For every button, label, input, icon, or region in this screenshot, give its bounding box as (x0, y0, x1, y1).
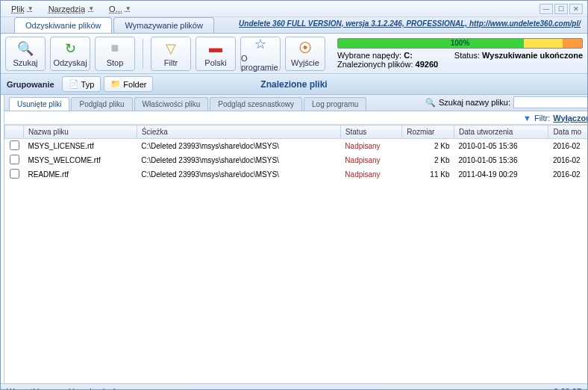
col-size[interactable]: Rozmiar (402, 126, 454, 139)
row-checkbox[interactable] (10, 169, 19, 179)
filter-toggle[interactable]: Wyłączony (553, 114, 588, 123)
status-value: Wyszukiwanie ukończone (482, 51, 583, 60)
search-icon: 🔍 (17, 40, 34, 57)
col-created[interactable]: Data utworzenia (454, 126, 548, 139)
exit-button[interactable]: ⦿Wyjście (285, 37, 325, 71)
progress-bar: 100% (337, 38, 583, 49)
flag-icon: ▬ (207, 40, 224, 57)
lang-button[interactable]: ▬Polski (196, 37, 236, 71)
statusbar-time: 9:38:37 (554, 387, 581, 391)
statusbar-msg: Wszystkie wyszukiwania ukończone (7, 387, 138, 391)
cell-modified: 2016-02 (548, 167, 588, 182)
found-value: 49260 (416, 60, 439, 69)
cell-created: 2010-01-05 15:36 (454, 153, 548, 167)
about-button[interactable]: ☆O programie (240, 37, 281, 71)
cell-status: Nadpisany (340, 139, 401, 154)
tab-props[interactable]: Właściwości pliku (134, 97, 209, 111)
cell-status: Nadpisany (340, 167, 401, 182)
file-table-wrap[interactable]: Nazwa pliku Ścieżka Status Rozmiar Data … (4, 125, 588, 383)
table-row[interactable]: README.rtfC:\Deleted 23993\msys\share\do… (5, 167, 589, 182)
search-label: Szukaj nazwy pliku: (439, 98, 510, 107)
type-icon: 📄 (69, 79, 79, 89)
folder-icon: 📁 (110, 79, 121, 89)
col-status[interactable]: Status (340, 126, 401, 139)
progress-percent: 100% (451, 39, 470, 47)
recover-button[interactable]: ↻Odzyskaj (50, 37, 90, 71)
col-check[interactable] (5, 126, 24, 139)
filter-row: ▼ Filtr: Wyłączony (4, 111, 588, 125)
chevron-down-icon: ▼ (28, 5, 34, 12)
grouping-label: Grupowanie (7, 80, 54, 89)
tab-recover[interactable]: Odzyskiwanie plików (14, 17, 112, 33)
cell-path: C:\Deleted 23993\msys\share\doc\MSYS\ (137, 153, 340, 167)
chevron-down-icon: ▼ (88, 5, 94, 12)
cell-name: README.rtf (24, 167, 137, 182)
search-icon-small: 🔍 (425, 98, 436, 108)
table-row[interactable]: MSYS_WELCOME.rtfC:\Deleted 23993\msys\sh… (5, 153, 589, 167)
version-link[interactable]: Undelete 360 FULL VERSION, wersja 3.1.2.… (239, 19, 581, 28)
menu-tools[interactable]: Narzędzia▼ (43, 3, 100, 15)
file-table: Nazwa pliku Ścieżka Status Rozmiar Data … (4, 125, 588, 182)
cell-size: 2 Kb (402, 153, 454, 167)
close-button[interactable]: ✕ (569, 4, 583, 14)
statusbar: Wszystkie wyszukiwania ukończone 9:38:37 (1, 383, 587, 390)
tab-wipe[interactable]: Wymazywanie plików (113, 17, 213, 33)
menubar: Plik▼ Narzędzia▼ O...▼ — ☐ ✕ (1, 1, 587, 17)
drives-label: Wybrane napędy: (337, 51, 401, 60)
table-row[interactable]: MSYS_LICENSE.rtfC:\Deleted 23993\msys\sh… (5, 139, 589, 154)
col-name[interactable]: Nazwa pliku (24, 126, 137, 139)
sub-bar: Grupowanie 📄Typ 📁Folder Znalezione pliki (1, 74, 587, 95)
cell-path: C:\Deleted 23993\msys\share\doc\MSYS\ (137, 139, 340, 154)
search-button[interactable]: 🔍Szukaj (5, 37, 46, 71)
exit-icon: ⦿ (297, 40, 313, 57)
recover-icon: ↻ (62, 40, 78, 57)
separator (143, 39, 143, 69)
filter-button[interactable]: ▽Filtr (151, 37, 191, 71)
cell-modified: 2016-02 (548, 139, 588, 154)
cell-name: MSYS_LICENSE.rtf (24, 139, 137, 154)
status-label: Status: (454, 51, 480, 60)
cell-created: 2011-04-19 00:29 (454, 167, 548, 182)
maximize-button[interactable]: ☐ (554, 4, 568, 14)
cell-modified: 2016-02 (548, 153, 588, 167)
chevron-down-icon: ▼ (125, 5, 131, 12)
menu-help[interactable]: O...▼ (103, 3, 137, 15)
group-folder-button[interactable]: 📁Folder (104, 76, 153, 92)
center-title: Znalezione pliki (260, 79, 327, 90)
stop-button[interactable]: ■Stop (95, 37, 135, 71)
search-input[interactable] (513, 96, 588, 108)
cell-size: 11 Kb (402, 167, 454, 182)
cell-name: MSYS_WELCOME.rtf (24, 153, 137, 167)
col-path[interactable]: Ścieżka (137, 126, 340, 139)
inner-tabs: Usunięte pliki Podgląd pliku Właściwości… (4, 95, 588, 111)
filter-prefix: Filtr: (534, 114, 550, 123)
tab-hex[interactable]: Podgląd szesnastkowy (210, 97, 302, 111)
cell-size: 2 Kb (402, 139, 454, 154)
cell-created: 2010-01-05 15:36 (454, 139, 548, 154)
tab-log[interactable]: Log programu (304, 97, 366, 111)
cell-path: C:\Deleted 23993\msys\share\doc\MSYS\ (137, 167, 340, 182)
tab-preview[interactable]: Podgląd pliku (71, 97, 132, 111)
tab-deleted[interactable]: Usunięte pliki (9, 97, 69, 111)
info-icon: ☆ (252, 36, 269, 52)
filter-icon: ▽ (163, 40, 179, 57)
drives-value: C: (404, 51, 413, 60)
funnel-icon: ▼ (523, 114, 531, 123)
row-checkbox[interactable] (10, 140, 19, 150)
status-block: 100% Wybrane napędy: C: Status: Wyszukiw… (337, 38, 583, 69)
menu-file[interactable]: Plik▼ (5, 3, 40, 15)
minimize-button[interactable]: — (539, 4, 553, 14)
col-modified[interactable]: Data mo (548, 126, 588, 139)
stop-icon: ■ (107, 40, 123, 57)
found-label: Znalezionych plików: (337, 60, 413, 69)
toolbar: 🔍Szukaj ↻Odzyskaj ■Stop ▽Filtr ▬Polski ☆… (1, 34, 587, 74)
row-checkbox[interactable] (10, 155, 19, 164)
group-type-button[interactable]: 📄Typ (62, 76, 101, 92)
cell-status: Nadpisany (340, 153, 401, 167)
